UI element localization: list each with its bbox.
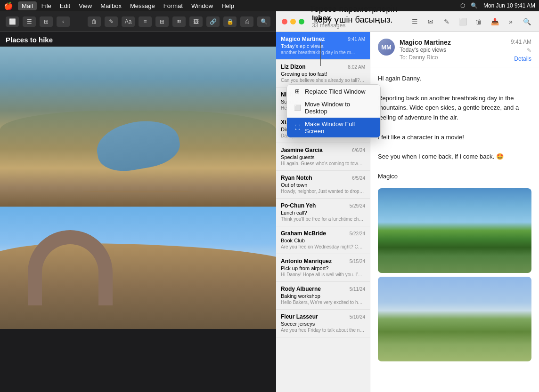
new-message-icon[interactable]: ✎ [440, 15, 453, 28]
sidebar-toggle-btn[interactable]: ⬜ [6, 16, 19, 27]
back-btn[interactable]: ‹ [57, 16, 70, 27]
menu-window[interactable]: Window [188, 1, 217, 10]
delete-btn[interactable]: 🗑 [88, 16, 101, 27]
detail-time: 9:41 AM [511, 39, 531, 45]
trash-icon[interactable]: 🗑 [472, 15, 485, 28]
audio-btn[interactable]: ≋ [172, 16, 186, 27]
msg-subject-7: Book Club [281, 238, 365, 243]
table-btn[interactable]: ⊞ [155, 16, 169, 27]
msg-sender-10: Fleur Lasseur [281, 313, 348, 320]
river-element [93, 115, 183, 176]
rock-arch [28, 230, 113, 305]
left-pane: ⬜ ☰ ⊞ ‹ 🗑 ✎ Aa ≡ ⊞ ≋ 🖼 🔗 🔒 ⎙ 🔍 Places to… [0, 11, 276, 392]
msg-time-0: 9:41 AM [348, 37, 365, 42]
date-time: Mon Jun 10 9:41 AM [483, 2, 535, 9]
menu-mailbox[interactable]: Mailbox [97, 1, 125, 10]
more-icon[interactable]: » [504, 15, 517, 28]
text-btn[interactable]: Aa [122, 16, 135, 27]
photo-btn[interactable]: 🖼 [189, 16, 203, 27]
mail-detail-header: MM Magico Martinez Today's epic views To… [370, 32, 539, 67]
msg-time-8: 5/15/24 [350, 259, 365, 264]
format-btn[interactable]: ≡ [139, 16, 152, 27]
menu-message[interactable]: Message [126, 1, 159, 10]
replace-window-icon: ⊞ [294, 88, 301, 95]
lock-btn[interactable]: 🔒 [223, 16, 237, 27]
fullscreen-button[interactable] [299, 19, 304, 24]
msg-sender-0: Magico Martinez [281, 36, 346, 42]
avatar: MM [378, 39, 395, 56]
menu-help[interactable]: Help [218, 1, 238, 10]
message-item-6[interactable]: Po-Chun Yeh 5/29/24 Lunch call? Think yo… [276, 199, 370, 226]
msg-preview-8: Hi Danny! Hope all is well with you. I'm… [281, 272, 365, 278]
compose-btn[interactable]: ✎ [105, 16, 118, 27]
fullscreen-icon: ⛶ [294, 124, 301, 131]
move-desktop-icon: ⬜ [294, 104, 301, 112]
annotation-line [320, 42, 321, 66]
search-icon[interactable]: 🔍 [471, 2, 478, 9]
msg-subject-0: Today's epic views [281, 43, 365, 49]
msg-time-10: 5/10/24 [350, 314, 365, 320]
detail-sender-info: Magico Martinez Today's epic views To: D… [400, 39, 506, 61]
menubar: 🍎 Mail File Edit View Mailbox Message Fo… [0, 0, 539, 11]
menu-edit[interactable]: Edit [56, 1, 74, 10]
detail-sender-row: MM Magico Martinez Today's epic views To… [378, 39, 531, 62]
menu-format[interactable]: Format [160, 1, 187, 10]
msg-time-4: 6/6/24 [352, 148, 365, 153]
message-item-1[interactable]: Liz Dizon 8:02 AM Growing up too fast! C… [276, 60, 370, 88]
msg-sender-6: Po-Chun Yeh [281, 202, 348, 209]
list-view-btn[interactable]: ☰ [23, 16, 36, 27]
context-menu: ⊞ Replace Tiled Window ⬜ Move Window to … [286, 84, 381, 138]
msg-subject-4: Special guests [281, 154, 365, 160]
search-mail-icon[interactable]: 🔍 [520, 15, 533, 28]
menu-mail[interactable]: Mail [18, 1, 37, 10]
msg-time-7: 5/22/24 [350, 231, 365, 236]
msg-subject-6: Lunch call? [281, 210, 365, 216]
move-window-desktop-item[interactable]: ⬜ Move Window to Desktop [287, 98, 380, 118]
move-icon[interactable]: 📥 [488, 15, 501, 28]
archive-icon[interactable]: ⬜ [456, 15, 469, 28]
msg-preview-1: Can you believe she's already so tall? P… [281, 77, 365, 83]
apple-menu[interactable]: 🍎 [4, 1, 13, 10]
grid-view-btn[interactable]: ⊞ [40, 16, 53, 27]
menu-file[interactable]: File [38, 1, 55, 10]
mail-toolbar-icons: ☰ ✉ ✎ ⬜ 🗑 📥 » 🔍 [408, 15, 533, 28]
msg-subject-5: Out of town [281, 182, 365, 188]
details-button[interactable]: Details [514, 56, 531, 62]
main-area: ⬜ ☰ ⊞ ‹ 🗑 ✎ Aa ≡ ⊞ ≋ 🖼 🔗 🔒 ⎙ 🔍 Places to… [0, 11, 539, 392]
search-toolbar-btn[interactable]: 🔍 [257, 16, 270, 27]
message-item-10[interactable]: Fleur Lasseur 5/10/24 Soccer jerseys Are… [276, 310, 370, 337]
make-fullscreen-item[interactable]: ⛶ Make Window Full Screen [287, 118, 380, 137]
message-item-0[interactable]: Magico Martinez 9:41 AM Today's epic vie… [276, 32, 370, 60]
message-item-8[interactable]: Antonio Manriquez 5/15/24 Pick up from a… [276, 254, 370, 282]
body-line-3: I felt like a character in a movie! [378, 133, 531, 143]
msg-preview-6: Think you'll be free for a lunchtime cha… [281, 216, 365, 222]
msg-time-1: 8:02 AM [348, 64, 365, 70]
message-item-5[interactable]: Ryan Notch 6/5/24 Out of town Howdy, nei… [276, 171, 370, 199]
right-pane: Inbox 33 messages ☰ ✉ ✎ ⬜ 🗑 📥 » 🔍 ⊞ Repl… [276, 11, 539, 392]
mail-body-text: Hi again Danny, Reporting back on anothe… [370, 67, 539, 188]
left-toolbar: ⬜ ☰ ⊞ ‹ 🗑 ✎ Aa ≡ ⊞ ≋ 🖼 🔗 🔒 ⎙ 🔍 [0, 11, 276, 32]
close-button[interactable] [282, 19, 287, 24]
inbox-count: 33 messages [312, 22, 345, 29]
detail-sender-name: Magico Martinez [400, 39, 506, 46]
menu-view[interactable]: View [75, 1, 96, 10]
mail-titlebar: Inbox 33 messages ☰ ✉ ✎ ⬜ 🗑 📥 » 🔍 [276, 11, 539, 32]
minimize-button[interactable] [290, 19, 296, 24]
msg-time-6: 5/29/24 [350, 203, 365, 208]
msg-sender-9: Rody Albuerne [281, 286, 348, 292]
menubar-items: Mail File Edit View Mailbox Message Form… [18, 1, 460, 10]
message-item-9[interactable]: Rody Albuerne 5/11/24 Baking workshop He… [276, 282, 370, 310]
filter-icon[interactable]: ☰ [408, 15, 421, 28]
replace-tiled-window-item[interactable]: ⊞ Replace Tiled Window [287, 85, 380, 98]
compose-icon[interactable]: ✉ [424, 15, 437, 28]
msg-subject-1: Growing up too fast! [281, 71, 365, 77]
message-item-7[interactable]: Graham McBride 5/22/24 Book Club Are you… [276, 226, 370, 254]
message-item-4[interactable]: Jasmine Garcia 6/6/24 Special guests Hi … [276, 143, 370, 171]
msg-sender-4: Jasmine Garcia [281, 147, 350, 153]
link-btn[interactable]: 🔗 [206, 16, 220, 27]
photos-grid [0, 47, 276, 392]
share-btn[interactable]: ⎙ [240, 16, 253, 27]
body-line-5: Magico [378, 172, 531, 182]
mail-photo-2 [378, 277, 531, 361]
msg-sender-5: Ryan Notch [281, 175, 350, 181]
